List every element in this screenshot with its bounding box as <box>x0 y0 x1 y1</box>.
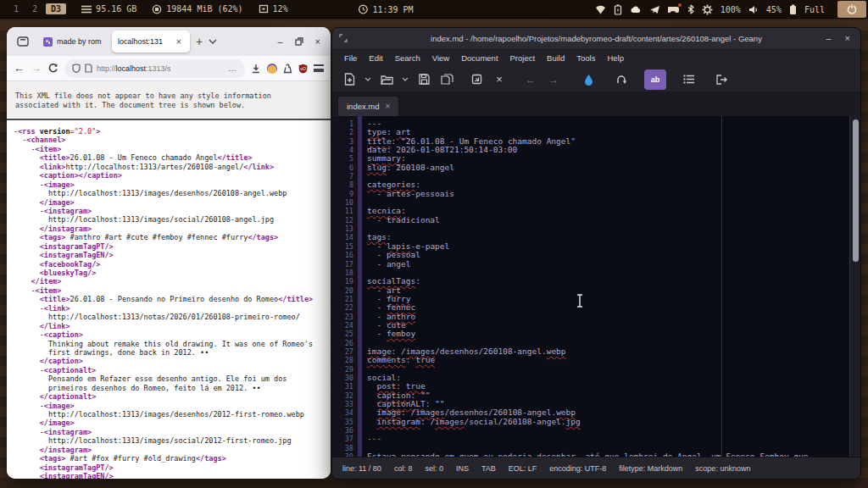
browser-tab-localhost[interactable]: localhost:131 × <box>112 30 190 53</box>
open-file-button[interactable] <box>378 70 395 89</box>
editor-line[interactable] <box>367 225 849 233</box>
editor-line[interactable]: social: <box>367 374 849 382</box>
editor-line[interactable]: --- <box>367 435 849 443</box>
firefox-view-button[interactable] <box>12 31 34 52</box>
editor-line[interactable]: image: /images/desenhos/260108-angel.web… <box>367 347 849 356</box>
browser-restore-button[interactable] <box>295 37 303 46</box>
gamepad-icon[interactable] <box>668 5 680 14</box>
editor-line[interactable]: - angel <box>367 260 849 269</box>
color-chooser-button[interactable] <box>580 70 597 89</box>
menu-view[interactable]: View <box>427 52 454 64</box>
xml-line: <title>26.01.08 - Pensando no Primeiro d… <box>14 295 331 303</box>
replace-button[interactable]: ab <box>644 69 666 90</box>
workspace-2[interactable]: 2 <box>27 3 42 14</box>
nav-forward-button[interactable]: → <box>545 70 562 89</box>
menu-help[interactable]: Help <box>602 52 629 64</box>
reload-icon[interactable] <box>47 63 58 74</box>
battery-full-icon[interactable] <box>789 4 797 15</box>
back-button[interactable]: ← <box>14 62 25 75</box>
jump-to-button[interactable] <box>613 70 630 89</box>
menu-search[interactable]: Search <box>390 52 426 64</box>
editor-line[interactable]: post: true <box>367 382 849 391</box>
line-number: 3 <box>332 137 358 146</box>
browser-close-button[interactable]: × <box>315 36 320 47</box>
wifi-icon[interactable] <box>595 5 606 14</box>
editor-line[interactable]: --- <box>367 119 849 128</box>
editor-line[interactable]: socialTags: <box>367 277 849 286</box>
editor-line[interactable]: slug: 260108-angel <box>367 164 849 172</box>
editor-line[interactable]: - fennec <box>367 303 849 312</box>
open-file-dropdown[interactable] <box>401 70 409 89</box>
line-number: 21 <box>332 295 358 303</box>
browser-tab-madebyromeo[interactable]: made by rom <box>37 30 108 53</box>
browser-minimize-button[interactable]: – <box>277 36 282 47</box>
list-tabs-icon[interactable] <box>209 39 217 44</box>
forward-button[interactable]: → <box>31 62 42 75</box>
menu-icon[interactable] <box>314 64 324 72</box>
nav-back-button[interactable]: ← <box>522 70 539 89</box>
editor-line[interactable]: - pessoal <box>367 251 849 259</box>
editor-line[interactable]: - tradicional <box>367 216 849 225</box>
page-info-icon[interactable] <box>85 64 92 73</box>
document-list-button[interactable] <box>681 70 698 89</box>
ublock-icon[interactable]: uO <box>298 64 308 74</box>
editor-line[interactable] <box>367 426 849 435</box>
volume-icon[interactable] <box>748 5 759 14</box>
tab-close-icon[interactable]: × <box>174 36 184 47</box>
url-bar[interactable]: http://localhost:1313/s … <box>64 59 245 78</box>
menu-build[interactable]: Build <box>542 52 570 64</box>
code-lines[interactable]: ---type: arttitle: "26.01.08 - Um Feneco… <box>362 116 849 457</box>
editor-line[interactable] <box>367 365 849 374</box>
share-extension-icon[interactable] <box>283 64 292 74</box>
editor-line[interactable] <box>367 198 849 207</box>
menu-tools[interactable]: Tools <box>571 52 600 64</box>
tracking-shield-icon[interactable] <box>72 64 81 73</box>
editor-line[interactable]: - femboy <box>367 330 849 338</box>
workspace-D3[interactable]: D3 <box>46 3 66 14</box>
quit-button[interactable] <box>714 70 731 89</box>
geany-minimize-button[interactable]: – <box>826 33 831 43</box>
editor-line[interactable] <box>367 172 849 180</box>
editor-line[interactable]: - cute <box>367 321 849 330</box>
editor-line[interactable] <box>367 269 849 277</box>
editor-tab-close-icon[interactable]: × <box>386 102 391 111</box>
editor-line[interactable]: comments: true <box>367 356 849 364</box>
userscript-monkey-icon[interactable] <box>267 64 277 74</box>
editor-tab-indexmd[interactable]: index.md × <box>337 96 399 116</box>
editor-line[interactable]: - art <box>367 286 849 295</box>
editor-line[interactable]: date: 2026-01-08T21:50:14-03:00 <box>367 146 849 154</box>
power-button[interactable] <box>837 1 866 18</box>
close-document-button[interactable]: × <box>491 70 508 89</box>
downloads-icon[interactable] <box>251 64 261 74</box>
editor-scrollbar[interactable] <box>849 116 860 457</box>
editor-line[interactable]: instagram: /images/social/260108-angel.j… <box>367 418 849 426</box>
geany-titlebar[interactable]: index.md - /home/rapoelho/Projetos/madeb… <box>332 28 860 48</box>
new-tab-button[interactable]: + <box>193 35 205 48</box>
editor-line[interactable]: - furry <box>367 295 849 303</box>
editor-line[interactable]: - anthro <box>367 313 849 321</box>
menu-file[interactable]: File <box>339 52 362 64</box>
xml-line: </item> <box>14 277 331 286</box>
cloud-icon[interactable] <box>630 5 642 14</box>
editor-line[interactable]: Estava pensando em quem eu poderia desen… <box>367 452 849 457</box>
page-actions-icon[interactable]: … <box>228 64 237 73</box>
save-button[interactable] <box>415 70 432 89</box>
telegram-icon[interactable] <box>649 5 660 14</box>
menu-edit[interactable]: Edit <box>364 52 387 64</box>
line-number: 6 <box>332 164 358 172</box>
volume-value: 45% <box>766 5 782 14</box>
new-file-dropdown[interactable] <box>364 70 372 89</box>
workspace-1[interactable]: 1 <box>8 3 24 14</box>
editor-line[interactable]: - lapis-e-papel <box>367 242 849 251</box>
menu-project[interactable]: Project <box>505 52 541 64</box>
geany-close-button[interactable]: × <box>845 33 850 43</box>
revert-button[interactable] <box>468 70 485 89</box>
bluetooth-icon[interactable] <box>687 4 694 14</box>
new-file-button[interactable] <box>341 70 358 89</box>
battery-charging-icon[interactable] <box>614 4 622 15</box>
editor-line[interactable]: - artes-pessoais <box>367 190 849 198</box>
menu-document[interactable]: Document <box>456 52 503 64</box>
save-all-button[interactable] <box>438 70 455 89</box>
gear-icon[interactable] <box>702 4 713 15</box>
scrollbar-thumb[interactable] <box>853 119 859 262</box>
